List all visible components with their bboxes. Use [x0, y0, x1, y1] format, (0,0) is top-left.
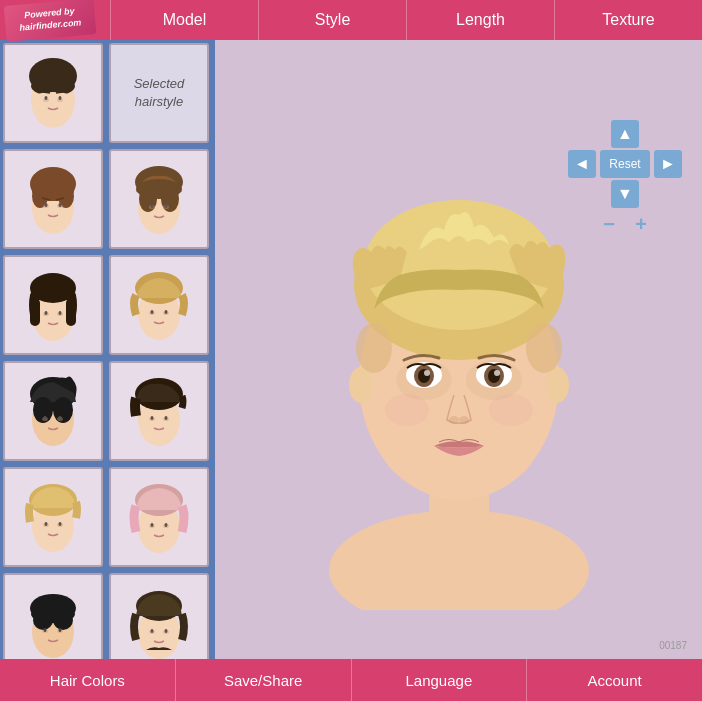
content-area: ▲ ◄ Reset ► ▼ − + [215, 40, 702, 659]
top-navigation: Powered by hairfinder.com Model Style Le… [0, 0, 702, 40]
image-id: 00187 [659, 640, 687, 651]
sidebar-row-4 [0, 358, 215, 464]
hairstyle-thumb-11[interactable] [109, 573, 209, 659]
svg-point-6 [45, 96, 48, 100]
sidebar-row-2 [0, 146, 215, 252]
svg-point-56 [151, 416, 154, 420]
svg-point-17 [45, 203, 48, 207]
svg-line-8 [43, 92, 50, 93]
model-display: 00187 [215, 40, 702, 659]
tab-model[interactable]: Model [110, 0, 258, 40]
svg-point-119 [449, 416, 459, 424]
top-nav-tabs: Model Style Length Texture [110, 0, 702, 40]
hairstyle-thumb-6[interactable] [3, 361, 103, 461]
hairstyle-thumb-5[interactable] [109, 255, 209, 355]
svg-point-47 [53, 397, 73, 423]
tab-length[interactable]: Length [406, 0, 554, 40]
svg-rect-32 [30, 298, 40, 326]
svg-point-50 [44, 416, 47, 420]
bottom-tab-account[interactable]: Account [527, 659, 702, 701]
svg-point-83 [151, 629, 154, 633]
svg-point-73 [33, 610, 53, 630]
svg-point-36 [45, 311, 48, 315]
logo-area: Powered by hairfinder.com [0, 0, 100, 40]
svg-point-118 [494, 370, 500, 376]
selected-label-text: Selected hairstyle [111, 75, 207, 111]
svg-point-69 [165, 523, 168, 527]
bottom-tab-hair-colors[interactable]: Hair Colors [0, 659, 176, 701]
svg-point-103 [545, 367, 569, 403]
tab-style[interactable]: Style [258, 0, 406, 40]
svg-point-42 [151, 310, 154, 314]
hairstyle-thumb-8[interactable] [3, 467, 103, 567]
svg-line-9 [56, 92, 63, 93]
hairstyle-thumb-top-left[interactable] [3, 43, 103, 143]
svg-point-74 [53, 610, 73, 630]
svg-point-121 [385, 394, 429, 426]
svg-point-28 [151, 204, 154, 208]
svg-point-57 [165, 416, 168, 420]
svg-point-43 [165, 310, 168, 314]
svg-rect-33 [66, 298, 76, 326]
hairstyle-thumb-10[interactable] [3, 573, 103, 659]
main-layout: Selected hairstyle [0, 40, 702, 659]
bottom-tab-language[interactable]: Language [352, 659, 528, 701]
svg-point-84 [165, 629, 168, 633]
svg-point-18 [59, 203, 62, 207]
svg-point-63 [59, 522, 62, 526]
hairstyle-thumb-7[interactable] [109, 361, 209, 461]
svg-point-3 [31, 92, 75, 108]
bottom-bar: Hair Colors Save/Share Language Account [0, 659, 702, 701]
svg-point-29 [165, 204, 168, 208]
svg-point-107 [356, 323, 392, 373]
svg-point-62 [45, 522, 48, 526]
svg-point-7 [59, 96, 62, 100]
hairstyle-thumb-9[interactable] [109, 467, 209, 567]
svg-point-37 [59, 311, 62, 315]
svg-point-122 [489, 394, 533, 426]
svg-point-51 [59, 416, 62, 420]
svg-point-117 [424, 370, 430, 376]
logo-badge: Powered by hairfinder.com [4, 0, 97, 42]
svg-point-77 [44, 628, 47, 632]
hairstyle-thumb-3[interactable] [109, 149, 209, 249]
sidebar-row-5 [0, 464, 215, 570]
sidebar-row-3 [0, 252, 215, 358]
sidebar-row-6 [0, 570, 215, 659]
hairstyle-thumb-4[interactable] [3, 255, 103, 355]
svg-point-108 [526, 323, 562, 373]
svg-point-68 [151, 523, 154, 527]
svg-point-120 [459, 416, 469, 424]
hairstyle-thumb-2[interactable] [3, 149, 103, 249]
tab-texture[interactable]: Texture [554, 0, 702, 40]
sidebar: Selected hairstyle [0, 40, 215, 659]
svg-point-102 [349, 367, 373, 403]
svg-point-78 [59, 628, 62, 632]
model-svg [299, 90, 619, 610]
selected-hairstyle-label: Selected hairstyle [109, 43, 209, 143]
bottom-tab-save-share[interactable]: Save/Share [176, 659, 352, 701]
sidebar-row-1: Selected hairstyle [0, 40, 215, 146]
